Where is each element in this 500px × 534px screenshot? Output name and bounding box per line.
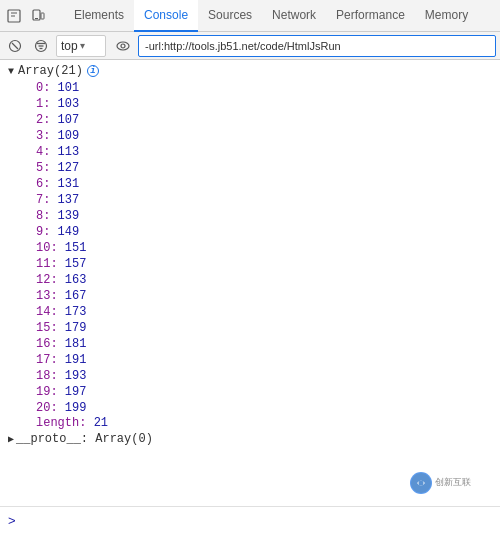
item-key: 9: [36,225,50,239]
array-label: Array(21) [18,64,83,78]
context-dropdown-arrow: ▾ [80,40,85,51]
item-value: 107 [58,113,80,127]
array-item: 16: 181 [0,336,500,352]
array-item: 20: 199 [0,400,500,416]
item-key: 11: [36,257,58,271]
array-item: 18: 193 [0,368,500,384]
array-item: 15: 179 [0,320,500,336]
item-value: 149 [58,225,80,239]
array-item: 2: 107 [0,112,500,128]
item-key: 4: [36,145,50,159]
tab-icon-group [4,6,56,26]
item-key: 15: [36,321,58,335]
tab-sources[interactable]: Sources [198,0,262,32]
item-value: 127 [58,161,80,175]
array-expand-triangle[interactable]: ▼ [8,66,14,77]
length-line: length: 21 [0,416,500,430]
proto-triangle[interactable]: ▶ [8,433,14,445]
item-value: 151 [65,241,87,255]
array-item: 5: 127 [0,160,500,176]
item-key: 19: [36,385,58,399]
item-key: 6: [36,177,50,191]
watermark: 创新互联 [410,472,490,502]
item-key: 12: [36,273,58,287]
proto-line[interactable]: ▶ __proto__: Array(0) [0,430,500,448]
item-value: 109 [58,129,80,143]
array-item: 17: 191 [0,352,500,368]
context-value: top [61,39,78,53]
filter-button[interactable] [30,35,52,57]
item-value: 173 [65,305,87,319]
array-item: 14: 173 [0,304,500,320]
item-key: 2: [36,113,50,127]
item-key: 0: [36,81,50,95]
item-key: 7: [36,193,50,207]
svg-point-10 [117,42,129,50]
inspect-icon[interactable] [4,6,24,26]
url-display: -url:http://tools.jb51.net/code/HtmlJsRu… [138,35,496,57]
array-item: 12: 163 [0,272,500,288]
console-output-area: ▼ Array(21) i 0: 1011: 1032: 1073: 1094:… [0,60,500,506]
item-key: 1: [36,97,50,111]
input-chevron-icon: > [8,513,16,528]
item-key: 5: [36,161,50,175]
item-value: 179 [65,321,87,335]
svg-rect-2 [41,13,44,19]
array-item: 8: 139 [0,208,500,224]
length-value: 21 [94,416,108,430]
array-item: 11: 157 [0,256,500,272]
svg-point-11 [121,44,125,48]
item-key: 10: [36,241,58,255]
item-key: 17: [36,353,58,367]
item-value: 157 [65,257,87,271]
item-value: 131 [58,177,80,191]
array-item: 19: 197 [0,384,500,400]
item-key: 20: [36,401,58,415]
item-value: 137 [58,193,80,207]
item-key: 3: [36,129,50,143]
item-value: 193 [65,369,87,383]
tab-network[interactable]: Network [262,0,326,32]
tab-performance[interactable]: Performance [326,0,415,32]
item-value: 103 [58,97,80,111]
item-key: 18: [36,369,58,383]
array-item: 4: 113 [0,144,500,160]
console-toolbar: top ▾ -url:http://tools.jb51.net/code/Ht… [0,32,500,60]
item-key: 14: [36,305,58,319]
watermark-text: 创新互联 [435,477,471,489]
device-icon[interactable] [28,6,48,26]
eye-button[interactable] [112,35,134,57]
item-key: 8: [36,209,50,223]
array-item: 10: 151 [0,240,500,256]
array-item: 13: 167 [0,288,500,304]
clear-console-button[interactable] [4,35,26,57]
array-item: 7: 137 [0,192,500,208]
item-value: 181 [65,337,87,351]
array-item: 0: 101 [0,80,500,96]
array-item: 6: 131 [0,176,500,192]
tab-elements[interactable]: Elements [64,0,134,32]
proto-label: __proto__: Array(0) [16,432,153,446]
svg-line-5 [12,43,18,49]
console-input-line: > [0,506,500,534]
svg-point-13 [419,481,424,486]
item-value: 197 [65,385,87,399]
item-key: 13: [36,289,58,303]
item-value: 163 [65,273,87,287]
tab-console[interactable]: Console [134,0,198,32]
watermark-logo [410,472,432,494]
array-item: 1: 103 [0,96,500,112]
length-key: length: [36,416,86,430]
array-header[interactable]: ▼ Array(21) i [0,62,500,80]
devtools-tab-bar: Elements Console Sources Network Perform… [0,0,500,32]
item-value: 199 [65,401,87,415]
tab-memory[interactable]: Memory [415,0,478,32]
context-selector[interactable]: top ▾ [56,35,106,57]
item-value: 191 [65,353,87,367]
array-info-icon[interactable]: i [87,65,99,77]
item-value: 113 [58,145,80,159]
item-value: 101 [58,81,80,95]
item-value: 139 [58,209,80,223]
item-key: 16: [36,337,58,351]
array-item: 9: 149 [0,224,500,240]
